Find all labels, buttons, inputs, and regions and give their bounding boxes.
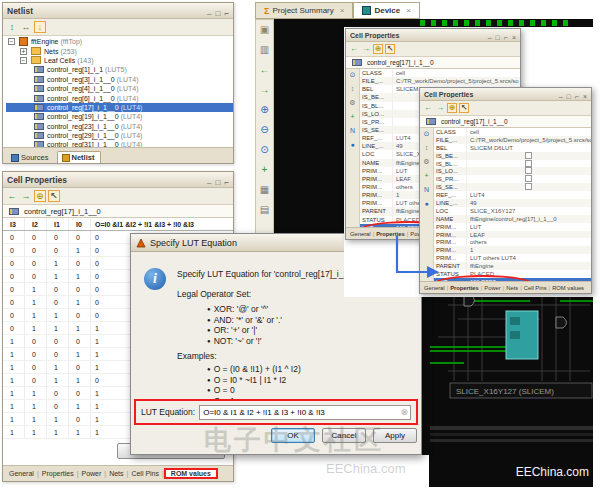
property-row[interactable]: PRIM...1 <box>434 246 591 254</box>
tree-expander[interactable]: − <box>8 38 15 45</box>
forward-arrow-icon[interactable]: → <box>20 190 32 202</box>
bookmark-icon[interactable]: N <box>424 186 429 194</box>
property-row[interactable]: LINE_...49 <box>434 199 591 207</box>
window-titlebar[interactable]: Cell Properties –□⌐× <box>346 29 520 42</box>
grid-icon[interactable]: ▦ <box>260 184 269 195</box>
add-property-icon[interactable]: ⊕ <box>373 44 383 54</box>
settings-icon[interactable]: ⚙ <box>349 99 355 107</box>
property-checkbox[interactable] <box>525 160 532 167</box>
window-titlebar[interactable]: Cell Properties –□⌐× <box>420 88 591 101</box>
cancel-button[interactable]: Cancel <box>322 428 366 443</box>
tab-device[interactable]: Device× <box>353 2 419 19</box>
tree-item-nets[interactable]: +Nets(253) <box>6 46 233 55</box>
maximize-button[interactable]: □ <box>215 9 220 18</box>
zoom-out-icon[interactable]: ⊖ <box>260 124 268 135</box>
bookmark-icon[interactable]: N <box>350 127 355 135</box>
world-icon[interactable]: ● <box>424 200 428 208</box>
forward-arrow-icon[interactable]: → <box>435 103 445 113</box>
property-row[interactable]: BELSLICEM.D6LUT <box>434 144 591 152</box>
tree-item-cell[interactable]: control_reg[4]_i_1__0(LUT4) <box>6 84 233 93</box>
tree-item-cell[interactable]: control_reg[6]_i_1__0(LUT4) <box>6 93 233 102</box>
window-icon[interactable]: ▥ <box>260 44 269 55</box>
tree-expander[interactable]: + <box>20 48 27 55</box>
close-tab-icon[interactable]: × <box>406 6 411 15</box>
property-row-init[interactable]: INIT16'hB3D5 <box>434 278 591 281</box>
property-row[interactable]: CLASScell <box>434 128 591 136</box>
apply-button[interactable]: Apply <box>373 428 417 443</box>
clear-input-icon[interactable]: ⊗ <box>400 408 408 417</box>
float-button[interactable]: ⌐ <box>504 34 508 41</box>
minimize-button[interactable]: – <box>488 34 492 41</box>
netlist-titlebar[interactable]: Netlist –□⌐ <box>3 3 233 19</box>
forward-arrow-icon[interactable]: → <box>361 44 371 54</box>
property-row[interactable]: PRIM...LEAF <box>434 231 591 239</box>
zoom-fit-icon[interactable]: ⊙ <box>260 144 268 155</box>
collapse-arrow-icon[interactable]: ↓ <box>34 21 46 33</box>
tab-power[interactable]: Power <box>78 470 104 477</box>
sort-icon[interactable]: ↕ <box>351 85 355 93</box>
back-arrow-icon[interactable]: ← <box>423 103 433 113</box>
tab-power[interactable]: Power <box>482 285 502 291</box>
property-row[interactable]: PARENTfftEngine <box>434 262 591 270</box>
tree-item-cell[interactable]: control_reg[1]_i_1(LUT5) <box>6 65 233 74</box>
close-button[interactable]: × <box>512 34 516 41</box>
tab-cell-pins[interactable]: Cell Pins <box>522 285 549 291</box>
maximize-button[interactable]: □ <box>496 34 500 41</box>
property-row[interactable]: PRIM...others <box>434 238 591 246</box>
property-checkbox[interactable] <box>525 167 532 174</box>
property-row[interactable]: IS_BL... <box>434 160 591 168</box>
tree-item-cell[interactable]: control_reg[17]_i_1__0(LUT4) <box>6 103 233 112</box>
float-button[interactable]: ⌐ <box>224 178 229 187</box>
back-arrow-icon[interactable]: ← <box>349 44 359 54</box>
property-row[interactable]: FILE_...C:/TR_work/Demo/project_5/projec… <box>434 136 591 144</box>
maximize-button[interactable]: □ <box>215 178 220 187</box>
select-cursor-icon[interactable]: ↖ <box>459 103 469 113</box>
tab-project-summary[interactable]: ΣProject Summary× <box>255 2 353 19</box>
select-cursor-icon[interactable]: ↖ <box>48 190 60 202</box>
add-icon[interactable]: + <box>262 164 268 175</box>
lut-equation-input[interactable] <box>199 405 411 420</box>
tab-cell-pins[interactable]: Cell Pins <box>128 470 162 477</box>
tree-item-fftengine[interactable]: −fftEngine(fftTop) <box>6 37 233 46</box>
close-button[interactable]: × <box>583 93 587 100</box>
property-row[interactable]: STATUSPLACED <box>434 270 591 278</box>
tab-rom-values[interactable]: ROM values <box>550 285 586 291</box>
property-checkbox[interactable] <box>525 183 532 190</box>
select-cursor-icon[interactable]: ↖ <box>385 44 395 54</box>
tree-item-cell[interactable]: control_reg[31]_i_1__0(LUT4) <box>6 140 233 147</box>
tree-item-cell[interactable]: control_reg[23]_i_1__0(LUT4) <box>6 122 233 131</box>
sort-icon[interactable]: ↕ <box>425 144 429 152</box>
property-row[interactable]: IS_BE... <box>434 152 591 160</box>
tree-expander[interactable]: − <box>20 57 27 64</box>
float-button[interactable]: ⌐ <box>575 93 579 100</box>
layers-icon[interactable]: ▤ <box>260 204 269 215</box>
maximize-button[interactable]: □ <box>567 93 571 100</box>
expand-all-icon[interactable]: ↕ <box>6 21 18 33</box>
property-grid[interactable]: CLASScellFILE_...C:/TR_work/Demo/project… <box>434 128 591 281</box>
tab-nets[interactable]: Nets <box>106 470 126 477</box>
sync-selection-icon[interactable]: ↔ <box>20 21 32 33</box>
tab-sources[interactable]: Sources <box>7 152 55 163</box>
property-row[interactable]: IS_LO... <box>434 167 591 175</box>
property-row[interactable]: PRIM...LUT <box>434 223 591 231</box>
tree-item-leaf-cells[interactable]: −Leaf Cells(143) <box>6 56 233 65</box>
tree-item-cell[interactable]: control_reg[29]_i_1__0(LUT4) <box>6 131 233 140</box>
dock-icon[interactable]: ▣ <box>260 24 269 35</box>
tab-netlist[interactable]: Netlist <box>57 151 102 163</box>
tab-properties[interactable]: Properties <box>448 285 481 291</box>
back-arrow-icon[interactable]: ← <box>6 190 18 202</box>
close-tab-icon[interactable]: × <box>340 6 345 15</box>
add-property-icon[interactable]: ⊕ <box>34 190 46 202</box>
world-icon[interactable]: ● <box>350 141 354 149</box>
float-button[interactable]: ⌐ <box>224 9 229 18</box>
minimize-button[interactable]: – <box>207 178 211 187</box>
tab-rom-values[interactable]: ROM values <box>168 470 214 477</box>
back-arrow-icon[interactable]: ← <box>260 64 270 75</box>
tree-item-cell[interactable]: control_reg[19]_i_1__0(LUT4) <box>6 112 233 121</box>
search-icon[interactable]: ⊙ <box>424 130 430 138</box>
cell-properties-titlebar[interactable]: Cell Properties –□⌐ <box>3 172 233 188</box>
property-checkbox[interactable] <box>525 152 532 159</box>
property-row[interactable]: NAMEfftEngine/control_reg[17]_i_1__0 <box>434 215 591 223</box>
property-row[interactable]: PRIM...LUT others LUT4 <box>434 254 591 262</box>
tab-properties[interactable]: Properties <box>39 470 77 477</box>
